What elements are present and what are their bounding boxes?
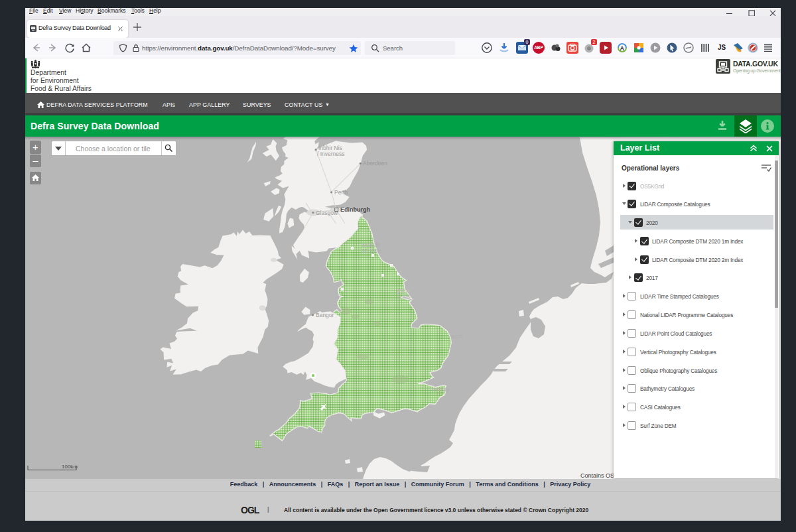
svg-text:/ Hull: / Hull	[397, 293, 409, 300]
svg-text:on Tyne: on Tyne	[362, 247, 381, 254]
svg-text:A: A	[620, 45, 625, 52]
svg-text:Aberdeen: Aberdeen	[363, 160, 387, 166]
svg-text:Perth: Perth	[334, 189, 348, 196]
svg-text:Bangor: Bangor	[316, 312, 334, 318]
svg-text:wich: wich	[450, 333, 462, 340]
svg-text:100km: 100km	[62, 464, 78, 470]
svg-text:terbury: terbury	[432, 386, 450, 393]
svg-text:Contains OS: Contains OS	[580, 472, 614, 479]
svg-text:Edinburgh: Edinburgh	[340, 206, 370, 213]
svg-text:/ Inverness: / Inverness	[317, 151, 345, 157]
